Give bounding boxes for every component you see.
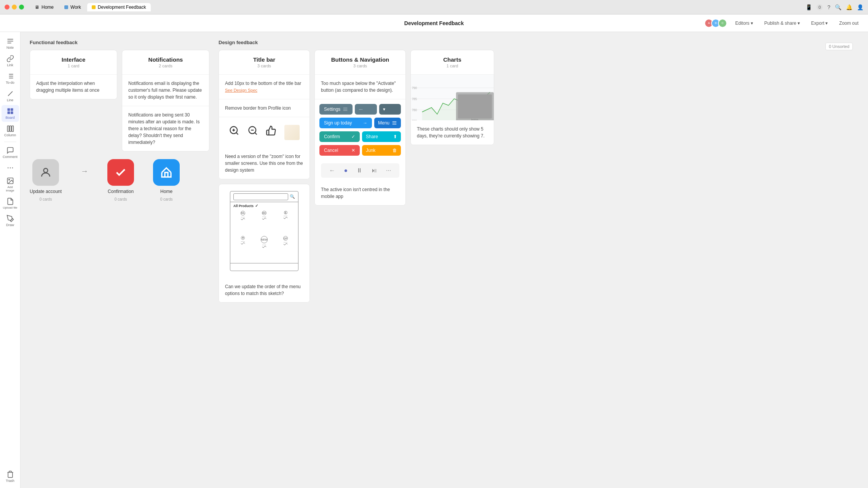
share-button[interactable]: Share ⬆ bbox=[362, 131, 401, 142]
settings-button[interactable]: Settings bbox=[319, 104, 353, 115]
cancel-button[interactable]: Cancel ✕ bbox=[319, 145, 360, 156]
tab-home[interactable]: 🖥 Home bbox=[30, 3, 58, 11]
interface-card-count: 1 card bbox=[36, 64, 111, 68]
signup-button[interactable]: Sign up today → bbox=[319, 118, 372, 128]
sidebar-item-add-image[interactable]: Add image bbox=[2, 175, 19, 195]
settings-chevron-button[interactable]: ▾ bbox=[379, 104, 401, 115]
close-button[interactable] bbox=[5, 5, 10, 10]
sidebar-item-more[interactable] bbox=[2, 162, 19, 174]
wf-cell-star: ★ ~~~ bbox=[233, 236, 252, 262]
zoom-out-button[interactable]: Zoom out bbox=[836, 19, 862, 28]
tab-dev-dot bbox=[92, 5, 96, 9]
sidebar-item-board-label: Board bbox=[5, 116, 14, 120]
note-card-icon bbox=[284, 125, 300, 140]
settings-dots-button[interactable]: ··· bbox=[355, 104, 377, 115]
svg-text:790: 790 bbox=[412, 86, 417, 90]
notifications-card-item-1: Notifications are being sent 30 minutes … bbox=[122, 106, 209, 151]
home-count: 0 cards bbox=[160, 197, 173, 201]
interface-card: Interface 1 card Adjust the interpolatio… bbox=[30, 50, 117, 99]
interface-card-item-0: Adjust the interpolation when dragging m… bbox=[30, 75, 117, 99]
sidebar-item-note[interactable]: Note bbox=[2, 35, 19, 52]
design-columns: Title bar 3 cards Add 10px to the bottom… bbox=[219, 50, 494, 303]
zoom-out-icon[interactable] bbox=[247, 125, 258, 140]
sidebar-item-board[interactable]: Board bbox=[2, 105, 19, 122]
confirm-button[interactable]: Confirm ✓ bbox=[319, 131, 360, 142]
buttons-card-header: Buttons & Navigation 3 cards bbox=[315, 50, 405, 75]
zoom-in-icon[interactable] bbox=[229, 125, 239, 140]
sidebar-item-line[interactable]: Line bbox=[2, 88, 19, 104]
user-icon[interactable]: 👤 bbox=[857, 4, 863, 10]
nav-pause2-icon[interactable]: ⏯ bbox=[371, 167, 377, 174]
mobile-nav-desc: The active icon isn't centred in the mob… bbox=[315, 181, 405, 205]
os-title-bar: 🖥 Home Work Development Feedback 📱 0 ? 🔍… bbox=[0, 0, 868, 14]
notification-badge[interactable]: 0 bbox=[817, 4, 823, 10]
mobile-nav-wrapper: ← ● ⏸ ⏯ ··· bbox=[318, 163, 402, 178]
titlebar-card-header: Title bar 3 cards bbox=[219, 50, 310, 75]
arrow-icon: → bbox=[81, 167, 88, 175]
browser-tabs: 🖥 Home Work Development Feedback bbox=[30, 3, 151, 11]
bell-icon[interactable]: 🔔 bbox=[846, 4, 852, 10]
sidebar-item-note-label: Note bbox=[6, 46, 14, 49]
buttons-card: Buttons & Navigation 3 cards Too much sp… bbox=[314, 50, 406, 206]
home-card[interactable]: Home 0 cards bbox=[153, 159, 180, 201]
unsorted-badge[interactable]: 0 Unsorted bbox=[825, 43, 853, 50]
sidebar-item-upload-file[interactable]: Upload file bbox=[2, 195, 19, 212]
account-cards-section: Update account 0 cards → Confirmation bbox=[30, 152, 209, 209]
svg-line-27 bbox=[255, 132, 257, 134]
tab-dev-feedback[interactable]: Development Feedback bbox=[87, 3, 151, 11]
minimize-button[interactable] bbox=[12, 5, 17, 10]
tab-work[interactable]: Work bbox=[60, 3, 86, 11]
sidebar-item-column[interactable]: Column bbox=[2, 123, 19, 139]
thumbs-up-icon[interactable] bbox=[266, 125, 276, 140]
functional-section-title: Functional feedback bbox=[30, 40, 209, 45]
sidebar-item-link-label: Link bbox=[7, 63, 13, 67]
functional-columns: Interface 1 card Adjust the interpolatio… bbox=[30, 50, 209, 152]
junk-button[interactable]: Junk 🗑 bbox=[362, 145, 401, 156]
tablet-icon[interactable]: 📱 bbox=[806, 4, 812, 10]
notifications-card-item-0: Notifications email is displaying the cu… bbox=[122, 75, 209, 106]
nav-dot-icon[interactable]: ● bbox=[344, 167, 348, 174]
nav-prev-icon[interactable]: ← bbox=[329, 167, 335, 174]
export-button[interactable]: Export ▾ bbox=[808, 19, 831, 28]
confirmation-card[interactable]: Confirmation 0 cards bbox=[107, 159, 134, 201]
svg-point-17 bbox=[10, 167, 11, 169]
svg-rect-9 bbox=[7, 108, 10, 111]
notifications-card-header: Notifications 2 cards bbox=[122, 50, 209, 75]
design-spec-link[interactable]: See Design Spec bbox=[225, 88, 257, 92]
sidebar-item-draw[interactable]: Draw bbox=[2, 212, 19, 229]
svg-text:775: 775 bbox=[412, 119, 417, 120]
nav-more-icon[interactable]: ··· bbox=[386, 167, 391, 174]
menu-button[interactable]: Menu bbox=[374, 118, 401, 128]
charts-card-desc: These charts should only show 5 days, th… bbox=[411, 120, 494, 145]
sidebar-item-line-label: Line bbox=[7, 98, 13, 102]
app-title: Development Feedback bbox=[404, 20, 464, 26]
svg-point-21 bbox=[44, 168, 48, 172]
wireframe-search-icon: 🔍 bbox=[290, 194, 295, 199]
signup-btn-row: Sign up today → Menu bbox=[319, 118, 401, 128]
editors-button[interactable]: Editors ▾ bbox=[732, 19, 756, 28]
search-icon[interactable]: 🔍 bbox=[835, 4, 841, 10]
confirmation-icon bbox=[107, 159, 134, 186]
buttons-column: Buttons & Navigation 3 cards Too much sp… bbox=[314, 50, 406, 303]
fullscreen-button[interactable] bbox=[19, 5, 24, 10]
sidebar-item-trash[interactable]: Trash bbox=[2, 468, 19, 485]
publish-share-button[interactable]: Publish & share ▾ bbox=[761, 19, 803, 28]
svg-line-23 bbox=[236, 132, 238, 134]
sidebar-item-todo[interactable]: To-do bbox=[2, 70, 19, 87]
charts-card-header: Charts 1 card bbox=[411, 50, 494, 75]
feedback-sections: Functional feedback Interface 1 card Adj… bbox=[30, 40, 859, 303]
sidebar-item-link[interactable]: Link bbox=[2, 53, 19, 69]
buttons-card-title: Buttons & Navigation bbox=[321, 56, 399, 63]
titlebar-card: Title bar 3 cards Add 10px to the bottom… bbox=[219, 50, 310, 179]
zoom-icons-row bbox=[219, 117, 310, 148]
sidebar-bottom: Trash bbox=[2, 468, 19, 485]
tab-work-label: Work bbox=[70, 5, 81, 10]
charts-card-count: 1 card bbox=[417, 64, 488, 68]
help-icon[interactable]: ? bbox=[827, 4, 830, 10]
update-account-card[interactable]: Update account 0 cards bbox=[30, 159, 62, 201]
sidebar-item-comment[interactable]: Comment bbox=[2, 144, 19, 161]
notifications-card-count: 2 cards bbox=[128, 64, 203, 68]
app-header: Development Feedback A B C Editors ▾ Pub… bbox=[0, 14, 868, 32]
sketch-card-text: Can we update the order of the menu opti… bbox=[219, 278, 310, 302]
nav-pause-icon[interactable]: ⏸ bbox=[356, 167, 362, 174]
